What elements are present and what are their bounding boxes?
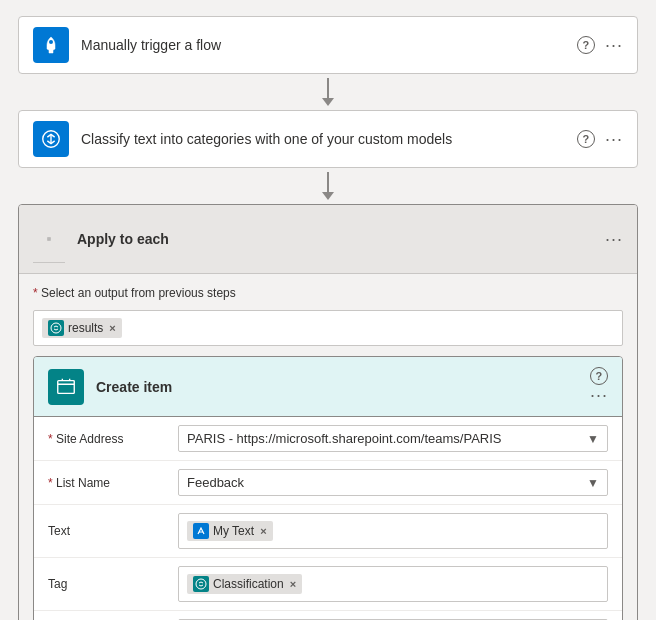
arrow-2 — [322, 168, 334, 204]
trigger-more-icon[interactable]: ··· — [605, 35, 623, 56]
create-item-more-icon[interactable]: ··· — [590, 385, 608, 405]
classify-title: Classify text into categories with one o… — [81, 131, 577, 147]
create-item-card: Create item ? ··· * Site Address — [33, 356, 623, 620]
list-name-label: * List Name — [48, 476, 178, 490]
list-name-dropdown[interactable]: Feedback ▼ — [178, 469, 608, 496]
svg-rect-6 — [49, 239, 50, 240]
site-address-chevron: ▼ — [587, 432, 599, 446]
apply-each-more-icon[interactable]: ··· — [605, 229, 623, 249]
list-name-row: * List Name Feedback ▼ — [34, 461, 622, 505]
list-name-value: Feedback ▼ — [178, 469, 608, 496]
apply-each-title: Apply to each — [77, 231, 605, 247]
classify-step: Classify text into categories with one o… — [18, 110, 638, 168]
site-address-value: PARIS - https://microsoft.sharepoint.com… — [178, 425, 608, 452]
apply-each-icon — [33, 215, 65, 263]
my-text-tag-close[interactable]: × — [260, 525, 266, 537]
text-row: Text My Tex — [34, 505, 622, 558]
create-item-icon — [48, 369, 84, 405]
trigger-step: Manually trigger a flow ? ··· — [18, 16, 638, 74]
svg-rect-3 — [48, 237, 49, 238]
results-tag-icon — [48, 320, 64, 336]
trigger-icon — [33, 27, 69, 63]
classify-icon — [33, 121, 69, 157]
apply-each-container: Apply to each ··· * Select an output fro… — [18, 204, 638, 620]
my-text-tag-icon — [193, 523, 209, 539]
classify-more-icon[interactable]: ··· — [605, 129, 623, 150]
confidence-score-row: Confidence Score — [34, 611, 622, 620]
tag-row: Tag — [34, 558, 622, 611]
tag-label: Tag — [48, 577, 178, 591]
results-tag-text: results — [68, 321, 103, 335]
select-output-label: * Select an output from previous steps — [33, 286, 623, 300]
create-item-title: Create item — [96, 379, 590, 395]
create-item-header: Create item ? ··· — [34, 357, 622, 417]
text-tags-input[interactable]: My Text × — [178, 513, 608, 549]
create-item-help-icon[interactable]: ? — [590, 367, 608, 385]
apply-each-body: * Select an output from previous steps r… — [19, 274, 637, 620]
svg-point-7 — [51, 323, 61, 333]
svg-rect-5 — [48, 239, 49, 240]
create-item-body: * Site Address PARIS - https://microsoft… — [34, 417, 622, 620]
arrow-1 — [322, 74, 334, 110]
results-tag: results × — [42, 318, 122, 338]
svg-rect-4 — [49, 237, 50, 238]
trigger-actions: ? ··· — [577, 35, 623, 56]
results-tags-input[interactable]: results × — [33, 310, 623, 346]
create-item-actions: ? ··· — [590, 367, 608, 406]
my-text-tag-text: My Text — [213, 524, 254, 538]
classification-tag-icon — [193, 576, 209, 592]
my-text-tag: My Text × — [187, 521, 273, 541]
classify-help-icon[interactable]: ? — [577, 130, 595, 148]
list-name-chevron: ▼ — [587, 476, 599, 490]
tag-value: Classification × — [178, 566, 608, 602]
classification-tag-close[interactable]: × — [290, 578, 296, 590]
site-address-dropdown[interactable]: PARIS - https://microsoft.sharepoint.com… — [178, 425, 608, 452]
flow-container: Manually trigger a flow ? ··· Classify t… — [18, 16, 638, 620]
classification-tag-text: Classification — [213, 577, 284, 591]
trigger-help-icon[interactable]: ? — [577, 36, 595, 54]
text-label: Text — [48, 524, 178, 538]
svg-point-10 — [196, 579, 206, 589]
text-value: My Text × — [178, 513, 608, 549]
tag-tags-input[interactable]: Classification × — [178, 566, 608, 602]
apply-each-actions: ··· — [605, 229, 623, 250]
svg-rect-8 — [58, 380, 75, 393]
site-address-label: * Site Address — [48, 432, 178, 446]
svg-point-0 — [49, 40, 53, 44]
classify-actions: ? ··· — [577, 129, 623, 150]
results-tag-close[interactable]: × — [109, 322, 115, 334]
classification-tag: Classification × — [187, 574, 302, 594]
trigger-title: Manually trigger a flow — [81, 37, 577, 53]
site-address-row: * Site Address PARIS - https://microsoft… — [34, 417, 622, 461]
apply-each-header: Apply to each ··· — [19, 205, 637, 274]
